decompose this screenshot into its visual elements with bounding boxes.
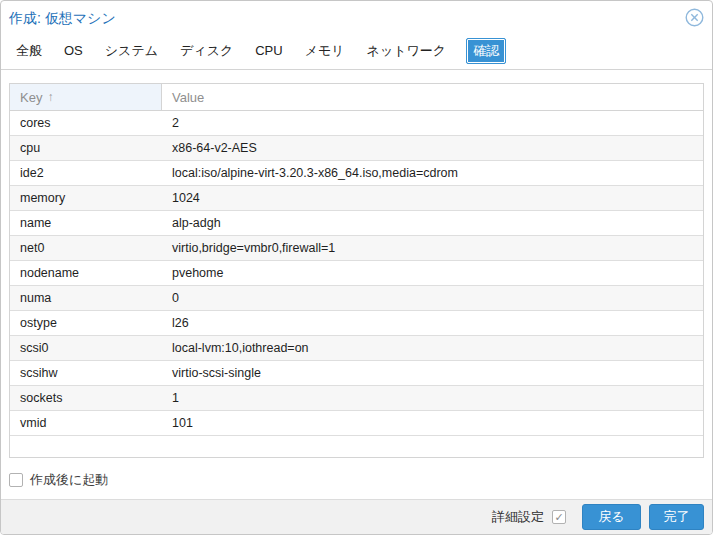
value-header-label: Value — [172, 90, 204, 105]
row-key: nodename — [10, 261, 162, 285]
table-row[interactable]: cpux86-64-v2-AES — [10, 136, 703, 161]
start-after-created-label: 作成後に起動 — [30, 471, 108, 489]
table-row[interactable]: scsi0local-lvm:10,iothread=on — [10, 336, 703, 361]
table-row[interactable]: memory1024 — [10, 186, 703, 211]
confirm-settings-table: Key ↑ Value cores2cpux86-64-v2-AESide2lo… — [9, 83, 704, 458]
row-value: 1024 — [162, 186, 703, 210]
column-header-value[interactable]: Value — [162, 84, 703, 110]
row-value: 0 — [162, 286, 703, 310]
row-key: scsihw — [10, 361, 162, 385]
table-header-row: Key ↑ Value — [10, 84, 703, 111]
table-row[interactable]: cores2 — [10, 111, 703, 136]
row-value: x86-64-v2-AES — [162, 136, 703, 160]
table-row[interactable]: scsihwvirtio-scsi-single — [10, 361, 703, 386]
row-key: cpu — [10, 136, 162, 160]
row-key: scsi0 — [10, 336, 162, 360]
table-row[interactable]: nodenamepvehome — [10, 261, 703, 286]
table-row[interactable]: ide2local:iso/alpine-virt-3.20.3-x86_64.… — [10, 161, 703, 186]
tab-2[interactable]: システム — [94, 38, 169, 64]
row-value: alp-adgh — [162, 211, 703, 235]
sort-ascending-icon: ↑ — [47, 90, 53, 104]
tab-3[interactable]: ディスク — [169, 38, 244, 64]
row-key: ide2 — [10, 161, 162, 185]
row-key: net0 — [10, 236, 162, 260]
tab-4[interactable]: CPU — [244, 39, 293, 62]
row-value: l26 — [162, 311, 703, 335]
row-value: 101 — [162, 411, 703, 435]
row-value: 1 — [162, 386, 703, 410]
table-row[interactable]: namealp-adgh — [10, 211, 703, 236]
row-key: vmid — [10, 411, 162, 435]
tab-5[interactable]: メモリ — [294, 38, 356, 64]
advanced-checkbox[interactable]: ✓ — [552, 510, 566, 524]
dialog-footer: 詳細設定 ✓ 戻る 完了 — [1, 499, 712, 534]
row-key: name — [10, 211, 162, 235]
wizard-tabbar: 全般OSシステムディスクCPUメモリネットワーク確認 — [1, 32, 712, 70]
tab-1[interactable]: OS — [53, 39, 94, 62]
start-after-created-checkbox[interactable] — [9, 473, 23, 487]
row-value: pvehome — [162, 261, 703, 285]
tab-0[interactable]: 全般 — [5, 38, 53, 64]
start-after-created-row: 作成後に起動 — [9, 471, 704, 489]
row-value: virtio,bridge=vmbr0,firewall=1 — [162, 236, 703, 260]
table-row[interactable]: sockets1 — [10, 386, 703, 411]
row-key: memory — [10, 186, 162, 210]
row-value: 2 — [162, 111, 703, 135]
table-row[interactable]: numa0 — [10, 286, 703, 311]
table-row[interactable]: net0virtio,bridge=vmbr0,firewall=1 — [10, 236, 703, 261]
create-vm-dialog: 作成: 仮想マシン 全般OSシステムディスクCPUメモリネットワーク確認 Key… — [0, 0, 713, 535]
row-value: local:iso/alpine-virt-3.20.3-x86_64.iso,… — [162, 161, 703, 185]
row-value: local-lvm:10,iothread=on — [162, 336, 703, 360]
dialog-header: 作成: 仮想マシン — [1, 1, 712, 32]
row-key: cores — [10, 111, 162, 135]
row-key: sockets — [10, 386, 162, 410]
column-header-key[interactable]: Key ↑ — [10, 84, 162, 110]
key-header-label: Key — [20, 90, 42, 105]
table-row[interactable]: vmid101 — [10, 411, 703, 436]
row-value: virtio-scsi-single — [162, 361, 703, 385]
finish-button[interactable]: 完了 — [649, 504, 704, 530]
close-icon[interactable] — [684, 8, 704, 28]
advanced-label: 詳細設定 — [492, 508, 544, 526]
tab-6[interactable]: ネットワーク — [356, 38, 458, 64]
row-key: ostype — [10, 311, 162, 335]
table-row[interactable]: ostypel26 — [10, 311, 703, 336]
tab-active-7[interactable]: 確認 — [466, 38, 506, 64]
row-key: numa — [10, 286, 162, 310]
dialog-title: 作成: 仮想マシン — [9, 6, 116, 28]
table-body: cores2cpux86-64-v2-AESide2local:iso/alpi… — [10, 111, 703, 436]
back-button[interactable]: 戻る — [582, 504, 641, 530]
